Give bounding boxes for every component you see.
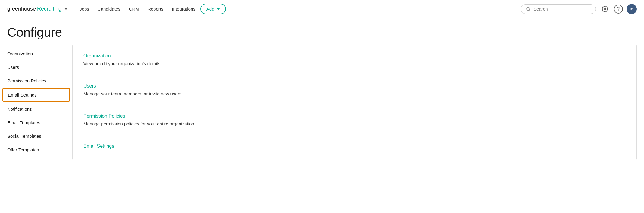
page-title: Configure [7, 25, 634, 40]
content-section-permission-policies: Permission Policies Manage permission po… [73, 105, 636, 135]
nav-link-candidates[interactable]: Candidates [94, 4, 124, 14]
sidebar-item-notifications[interactable]: Notifications [0, 102, 72, 116]
content-link-email-settings[interactable]: Email Settings [83, 144, 114, 149]
page-header: Configure [0, 18, 644, 45]
content-area: Organization View or edit your organizat… [72, 45, 637, 160]
gear-icon [602, 6, 608, 12]
avatar[interactable]: IH [627, 4, 637, 14]
logo-recruiting: Recruiting [37, 6, 61, 12]
sidebar-item-email-templates[interactable]: Email Templates [0, 116, 72, 129]
svg-point-2 [604, 8, 606, 10]
svg-point-0 [527, 7, 530, 11]
logo-area[interactable]: greenhouse Recruiting [7, 6, 69, 12]
content-section-email-settings: Email Settings [73, 135, 636, 160]
content-description-permission-policies: Manage permission policies for your enti… [83, 121, 626, 126]
nav-link-jobs[interactable]: Jobs [76, 4, 93, 14]
nav-links: Jobs Candidates CRM Reports Integrations… [76, 4, 518, 14]
content-section-users: Users Manage your team members, or invit… [73, 75, 636, 105]
sidebar-item-social-templates[interactable]: Social Templates [0, 129, 72, 143]
top-navigation: greenhouse Recruiting Jobs Candidates CR… [0, 0, 644, 18]
logo-greenhouse: greenhouse [7, 6, 36, 12]
content-link-organization[interactable]: Organization [83, 53, 111, 59]
add-chevron-icon [217, 8, 220, 10]
content-description-organization: View or edit your organization's details [83, 61, 626, 66]
content-link-permission-policies[interactable]: Permission Policies [83, 113, 125, 119]
svg-line-1 [529, 10, 530, 11]
page-container: Configure Organization Users Permission … [0, 18, 644, 160]
nav-link-integrations[interactable]: Integrations [168, 4, 199, 14]
search-input[interactable] [533, 6, 591, 11]
main-content: Organization Users Permission Policies E… [0, 45, 644, 160]
sidebar-item-permission-policies[interactable]: Permission Policies [0, 74, 72, 88]
content-description-users: Manage your team members, or invite new … [83, 91, 626, 96]
content-section-organization: Organization View or edit your organizat… [73, 45, 636, 75]
nav-link-crm[interactable]: CRM [125, 4, 143, 14]
logo-dropdown-button[interactable] [63, 8, 69, 11]
chevron-down-icon [64, 8, 67, 10]
nav-link-reports[interactable]: Reports [144, 4, 167, 14]
search-icon [526, 6, 531, 12]
sidebar: Organization Users Permission Policies E… [0, 45, 72, 160]
settings-button[interactable] [599, 4, 610, 14]
help-button[interactable]: ? [614, 5, 623, 14]
sidebar-item-organization[interactable]: Organization [0, 47, 72, 60]
search-container[interactable] [521, 4, 596, 14]
content-link-users[interactable]: Users [83, 83, 96, 89]
sidebar-item-users[interactable]: Users [0, 60, 72, 74]
sidebar-item-email-settings[interactable]: Email Settings [2, 88, 70, 102]
nav-right: ? IH [521, 4, 637, 14]
add-button[interactable]: Add [200, 4, 226, 14]
sidebar-item-offer-templates[interactable]: Offer Templates [0, 143, 72, 156]
